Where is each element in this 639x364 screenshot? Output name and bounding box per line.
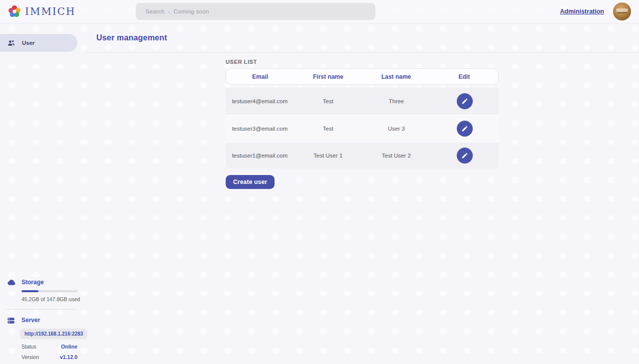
sidebar: User Storage 45.2GB of 147.8GB used	[0, 23, 85, 364]
topbar-right: Administration	[560, 2, 631, 20]
table-row: testuser4@email.com Test Three	[226, 88, 499, 115]
sidebar-bottom: Storage 45.2GB of 147.8GB used Se	[0, 279, 85, 360]
pencil-icon	[461, 98, 468, 105]
immich-admin-screen: IMMICH Administration User	[0, 0, 639, 364]
edit-user-button[interactable]	[457, 121, 473, 137]
server-section: Server http://192.168.1.216:2283 Status …	[0, 317, 85, 360]
top-bar: IMMICH Administration	[0, 0, 639, 23]
search-bar[interactable]	[136, 3, 375, 20]
create-user-button[interactable]: Create user	[226, 175, 275, 189]
cell-first-name: Test User 1	[294, 153, 362, 159]
storage-usage-text: 45.2GB of 147.8GB used	[21, 296, 85, 302]
table-header-row: Email First name Last name Edit	[226, 68, 499, 85]
edit-user-button[interactable]	[457, 93, 473, 109]
edit-user-button[interactable]	[457, 148, 473, 164]
cell-last-name: Three	[362, 98, 431, 104]
storage-progress-fill	[21, 290, 38, 292]
main-titlebar: User management	[85, 23, 639, 53]
sidebar-divider	[6, 309, 76, 310]
status-value: Online	[61, 344, 77, 350]
sidebar-item-label: User	[22, 40, 35, 46]
brand-name: IMMICH	[25, 5, 76, 17]
version-label: Version	[21, 354, 39, 360]
immich-logo[interactable]: IMMICH	[8, 5, 76, 18]
header-email: Email	[226, 73, 294, 80]
table-row: testuser1@email.com Test User 1 Test Use…	[226, 142, 499, 169]
server-version-row: Version v1.12.0	[21, 354, 77, 360]
user-list-label: USER LIST	[226, 59, 499, 65]
cell-email: testuser1@email.com	[226, 153, 294, 159]
cell-last-name: User 3	[362, 126, 431, 132]
server-icon	[7, 317, 15, 325]
version-value: v1.12.0	[60, 354, 77, 360]
pencil-icon	[461, 152, 468, 159]
main-content: USER LIST Email First name Last name Edi…	[85, 53, 639, 364]
table-body: testuser4@email.com Test Three	[226, 88, 499, 169]
cell-email: testuser4@email.com	[226, 98, 294, 104]
main-panel: User management USER LIST Email First na…	[85, 23, 639, 364]
pencil-icon	[461, 125, 468, 132]
storage-progress	[21, 290, 77, 292]
storage-title: Storage	[21, 279, 85, 286]
header-last-name: Last name	[362, 73, 430, 80]
cell-first-name: Test	[294, 98, 362, 104]
content-row: User Storage 45.2GB of 147.8GB used	[0, 23, 639, 364]
sidebar-item-user[interactable]: User	[0, 34, 77, 52]
header-first-name: First name	[294, 73, 362, 80]
status-label: Status	[21, 344, 36, 350]
table-row: testuser3@email.com Test User 3	[226, 115, 499, 142]
storage-section: Storage 45.2GB of 147.8GB used	[0, 279, 85, 302]
immich-flower-icon	[8, 5, 21, 18]
search-input[interactable]	[146, 8, 365, 14]
page-title: User management	[96, 33, 167, 42]
server-url-badge[interactable]: http://192.168.1.216:2283	[20, 329, 87, 339]
user-avatar[interactable]	[613, 2, 631, 20]
user-table: Email First name Last name Edit testuser…	[226, 68, 499, 169]
administration-link[interactable]: Administration	[560, 8, 604, 15]
users-group-icon	[7, 39, 15, 47]
cell-first-name: Test	[294, 126, 362, 132]
header-edit: Edit	[430, 73, 498, 80]
cell-email: testuser3@email.com	[226, 126, 294, 132]
cell-last-name: Test User 2	[362, 153, 431, 159]
server-status-row: Status Online	[21, 344, 77, 350]
server-title: Server	[21, 317, 85, 324]
cloud-icon	[7, 279, 16, 285]
